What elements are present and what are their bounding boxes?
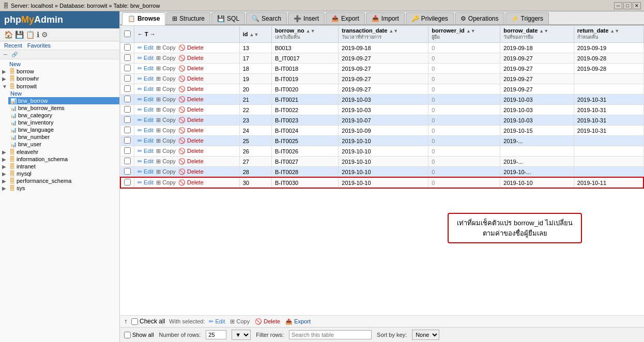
row-checkbox[interactable] bbox=[124, 158, 131, 164]
close-button[interactable]: ✕ bbox=[633, 2, 641, 9]
copy-link[interactable]: ⊞ Copy bbox=[156, 148, 176, 154]
sidebar-item-eleavehr[interactable]: ▶ 🗄 eleavehr bbox=[0, 148, 119, 156]
delete-link[interactable]: 🚫 Delete bbox=[178, 127, 204, 133]
tab-search[interactable]: 🔍 Search bbox=[246, 12, 287, 24]
search-this-table-input[interactable] bbox=[289, 330, 372, 339]
copy-link[interactable]: ⊞ Copy bbox=[156, 179, 176, 185]
db-icon[interactable]: 💾 bbox=[15, 30, 24, 39]
tab-import[interactable]: 📥 Import bbox=[366, 12, 405, 24]
header-transaction-date[interactable]: transaction_date ▲▼วันเวลาที่ทำรายการ bbox=[339, 26, 428, 43]
check-all-label[interactable]: Check all bbox=[131, 318, 165, 325]
sidebar-item-intranet[interactable]: ▶ 🗄 intranet bbox=[0, 163, 119, 170]
copy-link[interactable]: ⊞ Copy bbox=[156, 65, 176, 71]
row-checkbox[interactable] bbox=[124, 96, 131, 102]
sidebar-item-sys[interactable]: ▶ 🗄 sys bbox=[0, 184, 119, 192]
recent-link[interactable]: Recent bbox=[4, 42, 22, 49]
edit-link[interactable]: ✏ Edit bbox=[137, 179, 154, 185]
tab-privileges[interactable]: 🔑 Privileges bbox=[406, 12, 454, 24]
bulk-edit-link[interactable]: ✏ Edit bbox=[209, 318, 225, 325]
header-borrow-date[interactable]: borrow_date ▲▼วันที่ของการยืม bbox=[500, 26, 574, 43]
delete-link[interactable]: 🚫 Delete bbox=[178, 65, 204, 71]
delete-link[interactable]: 🚫 Delete bbox=[178, 168, 204, 175]
settings-icon[interactable]: ⚙ bbox=[41, 30, 48, 39]
row-checkbox[interactable] bbox=[124, 127, 131, 133]
favorites-link[interactable]: Favorites bbox=[27, 42, 51, 49]
delete-link[interactable]: 🚫 Delete bbox=[178, 148, 204, 154]
edit-link[interactable]: ✏ Edit bbox=[137, 117, 154, 123]
delete-link[interactable]: 🚫 Delete bbox=[178, 44, 204, 51]
row-checkbox[interactable] bbox=[124, 54, 131, 61]
copy-link[interactable]: ⊞ Copy bbox=[156, 158, 176, 164]
row-checkbox[interactable] bbox=[124, 106, 131, 113]
edit-link[interactable]: ✏ Edit bbox=[137, 44, 154, 51]
sidebar-item-new-borrowit[interactable]: New bbox=[8, 90, 119, 97]
bulk-copy-link[interactable]: ⊞ Copy bbox=[230, 318, 250, 325]
delete-link[interactable]: 🚫 Delete bbox=[178, 55, 204, 61]
sidebar-item-brw-user[interactable]: 📊 brw_user bbox=[8, 141, 119, 148]
header-return-date[interactable]: return_date ▲▼กำหนดคืน bbox=[574, 26, 643, 43]
edit-link[interactable]: ✏ Edit bbox=[137, 86, 154, 92]
number-of-rows-input[interactable] bbox=[206, 330, 226, 339]
tab-triggers[interactable]: ⚡ Triggers bbox=[505, 12, 549, 24]
sidebar-item-brw-language[interactable]: 📊 brw_language bbox=[8, 126, 119, 133]
scroll-up-icon[interactable]: ↑ bbox=[124, 318, 127, 325]
delete-link[interactable]: 🚫 Delete bbox=[178, 137, 204, 144]
tab-export[interactable]: 📤 Export bbox=[326, 12, 365, 24]
edit-link[interactable]: ✏ Edit bbox=[137, 75, 154, 82]
show-all-label[interactable]: Show all bbox=[124, 332, 154, 338]
edit-link[interactable]: ✏ Edit bbox=[137, 96, 154, 102]
tab-structure[interactable]: ⊞ Structure bbox=[166, 12, 210, 24]
collapse-btn[interactable]: ─ bbox=[2, 51, 9, 58]
copy-link[interactable]: ⊞ Copy bbox=[156, 127, 176, 133]
sidebar-item-brw-inventory[interactable]: 📊 brw_inventory bbox=[8, 119, 119, 126]
rows-per-page-select[interactable]: ▼ bbox=[232, 330, 251, 340]
copy-link[interactable]: ⊞ Copy bbox=[156, 106, 176, 113]
delete-link[interactable]: 🚫 Delete bbox=[178, 158, 204, 164]
tab-insert[interactable]: ➕ Insert bbox=[288, 12, 325, 24]
check-all-checkbox[interactable] bbox=[131, 318, 138, 325]
edit-link[interactable]: ✏ Edit bbox=[137, 106, 154, 113]
delete-link[interactable]: 🚫 Delete bbox=[178, 106, 204, 113]
sidebar-item-brw-category[interactable]: 📊 brw_category bbox=[8, 112, 119, 119]
row-checkbox[interactable] bbox=[124, 116, 131, 123]
tab-browse[interactable]: 📋 Browse bbox=[122, 12, 165, 25]
row-checkbox[interactable] bbox=[124, 137, 131, 144]
nav-left-icon[interactable]: ← bbox=[137, 31, 143, 37]
home-icon[interactable]: 🏠 bbox=[4, 30, 13, 39]
edit-link[interactable]: ✏ Edit bbox=[137, 168, 154, 175]
header-id[interactable]: id ▲▼ bbox=[239, 26, 271, 43]
copy-link[interactable]: ⊞ Copy bbox=[156, 55, 176, 61]
row-checkbox[interactable] bbox=[124, 179, 131, 185]
sidebar-item-new-top[interactable]: New bbox=[0, 60, 119, 68]
edit-link[interactable]: ✏ Edit bbox=[137, 137, 154, 144]
header-borrow-no[interactable]: borrow_no ▲▼เลขใบยืมคืน bbox=[271, 26, 338, 43]
sidebar-item-brw-borrow-items[interactable]: 📊 brw_borrow_items bbox=[8, 104, 119, 112]
link-btn[interactable]: 🔗 bbox=[10, 51, 19, 58]
row-checkbox[interactable] bbox=[124, 147, 131, 154]
delete-link[interactable]: 🚫 Delete bbox=[178, 117, 204, 123]
sidebar-item-brw-number[interactable]: 📊 brw_number bbox=[8, 133, 119, 141]
bulk-delete-link[interactable]: 🚫 Delete bbox=[255, 318, 280, 325]
sidebar-item-borrow[interactable]: ▶ 🗄 borrow bbox=[0, 68, 119, 75]
sidebar-item-information-schema[interactable]: ▶ 🗄 information_schema bbox=[0, 156, 119, 163]
copy-link[interactable]: ⊞ Copy bbox=[156, 86, 176, 92]
delete-link[interactable]: 🚫 Delete bbox=[178, 75, 204, 82]
tab-operations[interactable]: ⚙ Operations bbox=[455, 12, 504, 24]
copy-link[interactable]: ⊞ Copy bbox=[156, 137, 176, 144]
show-all-checkbox[interactable] bbox=[124, 332, 131, 338]
tab-sql[interactable]: 💾 SQL bbox=[211, 12, 245, 24]
delete-link[interactable]: 🚫 Delete bbox=[178, 179, 204, 185]
copy-link[interactable]: ⊞ Copy bbox=[156, 168, 176, 175]
nav-right-icon[interactable]: → bbox=[150, 31, 156, 37]
copy-link[interactable]: ⊞ Copy bbox=[156, 44, 176, 51]
row-checkbox[interactable] bbox=[124, 44, 131, 51]
sidebar-item-mysql[interactable]: ▶ 🗄 mysql bbox=[0, 170, 119, 177]
edit-link[interactable]: ✏ Edit bbox=[137, 55, 154, 61]
row-checkbox[interactable] bbox=[124, 75, 131, 82]
maximize-button[interactable]: □ bbox=[623, 2, 632, 9]
edit-link[interactable]: ✏ Edit bbox=[137, 127, 154, 133]
sql-icon[interactable]: 📋 bbox=[26, 30, 35, 39]
edit-link[interactable]: ✏ Edit bbox=[137, 148, 154, 154]
copy-link[interactable]: ⊞ Copy bbox=[156, 96, 176, 102]
row-checkbox[interactable] bbox=[124, 85, 131, 92]
